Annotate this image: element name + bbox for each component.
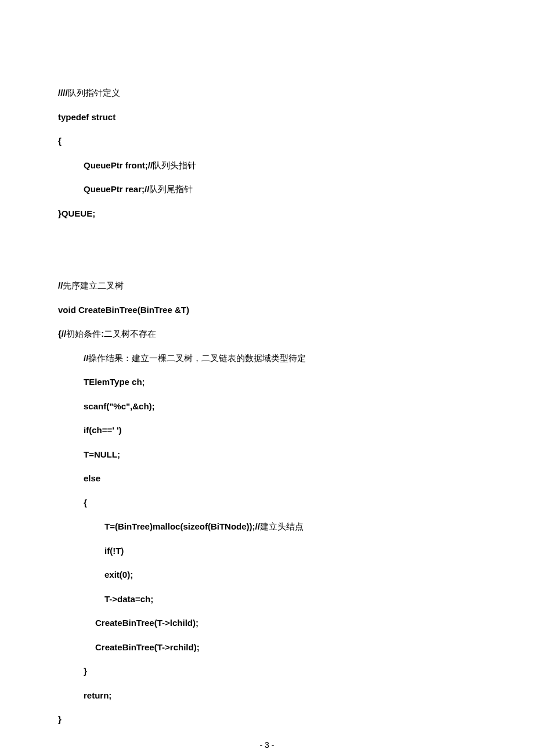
page-number: - 3 - [0,740,534,750]
code-line: T=NULL; [58,449,476,460]
code-line: void CreateBinTree(BinTree &T) [58,304,476,316]
code-line: { [58,497,476,509]
code-line: if(ch==' ') [58,424,476,436]
code-token-bold: T->data=ch; [104,594,153,604]
code-line: return; [58,690,476,701]
code-token-bold: typedef struct [58,112,116,122]
code-token-plain: 先序建立二叉树 [63,280,124,290]
code-token-bold: scanf("%c",&ch); [84,401,155,411]
code-token-bold: CreateBinTree(T->rchild); [95,642,200,652]
code-line: } [58,714,476,725]
code-token-bold: exit(0); [104,570,133,579]
code-token-plain [58,232,60,242]
code-token-plain: 队列头指针 [153,160,196,170]
code-token-bold: {// [58,329,66,339]
code-line: T->data=ch; [58,593,476,605]
code-token-plain: 操作结果：建立一棵二叉树，二叉链表的数据域类型待定 [88,353,306,363]
code-line: //操作结果：建立一棵二叉树，二叉链表的数据域类型待定 [58,352,476,364]
code-token-bold: return; [84,690,111,700]
document-page: ////队列指针定义typedef struct{QueuePtr front;… [0,0,534,756]
code-token-plain: 初始条件 [66,329,101,339]
code-line: else [58,473,476,484]
code-line: QueuePtr front;//队列头指针 [58,160,476,171]
code-line: typedef struct [58,111,476,123]
code-token-bold: { [58,136,62,146]
code-token-bold: QueuePtr rear;// [84,184,149,194]
code-token-bold: void CreateBinTree(BinTree &T) [58,305,189,315]
code-line: { [58,135,476,147]
code-token-bold: }QUEUE; [58,208,95,218]
code-token-plain: 二叉树不存在 [104,329,156,339]
code-token-bold: } [58,714,62,724]
code-token-bold: T=(BinTree)malloc(sizeof(BiTNode));// [104,521,260,531]
code-token-bold: CreateBinTree(T->lchild); [95,618,199,628]
code-line: {//初始条件:二叉树不存在 [58,328,476,340]
code-line: CreateBinTree(T->lchild); [58,617,476,629]
code-token-bold: else [84,473,100,483]
code-token-bold: if(ch==' ') [84,425,121,435]
code-line: QueuePtr rear;//队列尾指针 [58,183,476,195]
code-token-bold: TElemType ch; [84,377,145,387]
code-line: }QUEUE; [58,208,476,219]
code-listing: ////队列指针定义typedef struct{QueuePtr front;… [58,87,476,725]
code-line: TElemType ch; [58,376,476,388]
code-line [58,232,476,243]
code-token-bold: if(!T) [104,546,124,556]
code-line: T=(BinTree)malloc(sizeof(BiTNode));//建立头… [58,521,476,532]
code-line: ////队列指针定义 [58,87,476,99]
code-line: //先序建立二叉树 [58,280,476,291]
code-token-bold: QueuePtr front;// [84,160,153,170]
code-token-plain: 队列指针定义 [68,88,120,98]
code-token-bold: T=NULL; [84,449,120,459]
code-line: if(!T) [58,545,476,557]
code-token-bold: //// [58,88,68,98]
code-token-plain: 队列尾指针 [149,184,193,194]
code-token-plain: 建立头结点 [260,521,304,531]
code-token-bold: { [84,498,87,507]
code-line [58,256,476,268]
code-token-plain [58,257,60,267]
code-line: exit(0); [58,569,476,581]
code-line: scanf("%c",&ch); [58,401,476,412]
code-line: } [58,665,476,677]
code-line: CreateBinTree(T->rchild); [58,642,476,653]
code-token-bold: } [84,666,87,676]
